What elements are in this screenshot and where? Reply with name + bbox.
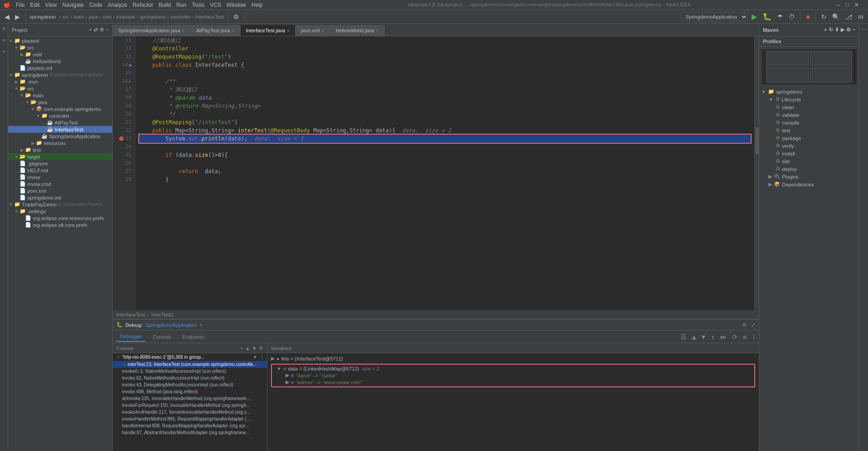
scrollbar-thumb[interactable] [755,127,759,155]
frames-toolbar-2[interactable]: ▲ [245,346,250,351]
add-icon[interactable]: + [89,27,91,33]
maven-dependencies[interactable]: ▶ 📦 Dependencies [759,180,859,188]
project-tool-icon[interactable]: P [0,25,8,33]
tab-close-alipaytest[interactable]: × [232,28,235,33]
menu-analyze[interactable]: Analyze [108,2,127,8]
maven-lifecycle[interactable]: ▼ ⚙ Lifecycle [759,95,859,103]
close-btn[interactable]: ✕ [854,2,859,8]
tree-file-pomxml[interactable]: ▶ 📄 pom.xml [8,187,112,194]
tree-folder-main[interactable]: ▼ 📂 main [8,92,112,99]
tab-debugger[interactable]: Debugger [116,332,146,342]
frame-1[interactable]: invoke0:-1, NativeMethodAccessorImpl (su… [113,368,267,375]
tab-endpoints[interactable]: Endpoints [179,332,208,341]
run-btn[interactable]: ▶ [750,11,759,22]
tree-module-playtest[interactable]: ▼ 📁 playtest [8,37,112,44]
tree-file-springdemo-app[interactable]: ▶ ☕ SpringdemoApplication [8,133,112,140]
maven-phase-compile[interactable]: ⚙ compile [759,119,859,126]
tree-module-tradepay[interactable]: ▼ 📁 TradePayDemo E:\ideaproject\TradeP..… [8,201,112,208]
tree-folder-test[interactable]: ▶ 📁 test [8,146,112,153]
maven-phase-deploy[interactable]: ⚙ deploy [759,165,859,173]
tree-folder-target[interactable]: ▼ 📂 target [8,153,112,160]
menu-view[interactable]: View [45,2,57,8]
sync-icon[interactable]: ⇄ [94,27,98,33]
bottom-toolbar-icon-3[interactable]: ▼ [702,333,705,341]
bottom-toolbar-icon-1[interactable]: ☰ [681,333,687,341]
structure-tool-icon[interactable]: ≡ [0,36,8,44]
bottom-toolbar-icon-2[interactable]: ▲ [692,333,696,341]
menu-code[interactable]: Code [89,2,102,8]
tree-package-comexample[interactable]: ▼ 📦 com.example.springdemo [8,105,112,112]
var-entry-name[interactable]: ▶ ≡ "name" -> "cpolar" [273,372,753,379]
tab-close-pomxml[interactable]: × [321,28,324,33]
right-vtab-1[interactable]: │ [861,27,867,31]
maven-gear-icon[interactable]: ⚙ [846,27,851,33]
tree-folder-src2[interactable]: ▼ 📂 src [8,85,112,92]
search-btn[interactable]: 🔍 [830,12,842,21]
frames-toolbar-1[interactable]: + [241,346,243,351]
frame-thread[interactable]: ✓ "http-nio-8080-exec-1"@5,305 in group.… [113,353,267,361]
tab-interfacetest[interactable]: InterfaceTest.java × [241,25,296,36]
frame-2[interactable]: invoke:62, NativeMethodAccessorImpl (sun… [113,375,267,381]
tree-file-springdemo-iml[interactable]: ▶ 📄 springdemo.iml [8,194,112,201]
tree-folder-java[interactable]: ▼ 📂 java [8,99,112,105]
menu-vcs[interactable]: VCS [210,2,221,8]
back-btn[interactable]: ◀ [3,12,11,21]
maven-phase-verify[interactable]: ⚙ verify [759,142,859,150]
menu-navigate[interactable]: Navigate [62,2,84,8]
tab-alipaytest[interactable]: AliPayTest.java × [191,25,240,36]
bottom-toolbar-icon-8[interactable]: ⫶ [752,333,755,341]
tree-file-interfacetest[interactable]: ▶ ☕ InterfaceTest [8,126,112,133]
menu-window[interactable]: Window [226,2,246,8]
frame-current[interactable]: → interTest:23, InterfaceTest (com.examp… [113,361,267,368]
tree-file-hellowworld1[interactable]: ▶ ☕ HellowWorld [8,58,112,65]
tree-file-playtest-iml[interactable]: ▶ 📄 playtest.iml [8,65,112,71]
tab-hellowworld[interactable]: HellowWorld.java × [330,25,385,36]
forward-btn[interactable]: ▶ [13,12,22,21]
maven-run-icon[interactable]: ▶ [841,27,844,33]
maven-download-icon[interactable]: ⬇ [835,27,839,33]
maven-phase-package[interactable]: ⚙ package [759,134,859,142]
tab-close-springdemo-app[interactable]: × [182,28,185,33]
debug-maximize-icon[interactable]: ⤢ [751,322,755,328]
coverage-btn[interactable]: ☂ [775,12,785,21]
frame-7[interactable]: invokeAndHandle:117, ServletInvocableHan… [113,409,267,416]
tree-folder-settings[interactable]: ▼ 📁 .settings [8,208,112,215]
tree-file-gitignore[interactable]: ▶ 📄 .gitignore [8,160,112,167]
debug-session-name[interactable]: SpringdemoApplication [146,322,197,328]
settings-btn[interactable]: ⚙ [231,12,241,21]
menu-edit[interactable]: Edit [30,2,40,8]
run-config-select[interactable]: SpringdemoApplication [681,12,748,21]
tab-springdemo-app[interactable]: SpringdemoApplication.java × [113,25,191,36]
stop-btn[interactable]: ■ [804,12,812,21]
favorites-tool-icon[interactable]: ★ [0,47,8,55]
menu-refactor[interactable]: Refactor [133,2,153,8]
maven-collapse-icon[interactable]: − [853,27,855,33]
maven-plugins[interactable]: ▶ 🔌 Plugins [759,173,859,180]
bottom-toolbar-icon-6[interactable]: ⟳ [732,333,738,341]
debug-settings-icon[interactable]: ⚙ [742,322,747,328]
var-data[interactable]: ▼ ≡ data = {LinkedHashMap@5712} size = 2 [273,366,753,372]
debug-btn[interactable]: 🐛 [761,11,773,22]
git-btn[interactable]: ⎇ [843,12,854,21]
tree-file-helpmd[interactable]: ▶ 📄 HELP.md [8,167,112,174]
tree-file-mvnw[interactable]: ▶ 📄 mvnw [8,174,112,180]
tree-folder-until[interactable]: ▶ 📁 until [8,51,112,58]
tree-folder-src1[interactable]: ▼ 📂 src [8,44,112,51]
tree-folder-controller[interactable]: ▼ 📁 controller [8,112,112,119]
frame-8[interactable]: invokeHandlerMethod:895, RequestMappingH… [113,416,267,422]
update-btn[interactable]: ↻ [819,12,828,21]
tree-file-mvnwcmd[interactable]: ▶ 📄 mvnw.cmd [8,180,112,187]
menu-help[interactable]: Help [251,2,263,8]
tree-file-idt-prefs[interactable]: ▶ 📄 org.eclipse.idt.core.prefs [8,221,112,228]
tab-close-hellowworld[interactable]: × [376,28,379,33]
maven-add-icon[interactable]: + [824,27,827,33]
bottom-toolbar-icon-5[interactable]: ⏭ [720,333,727,341]
maven-phase-test[interactable]: ⚙ test [759,126,859,134]
tab-close-interfacetest[interactable]: × [287,28,290,33]
menu-file[interactable]: File [16,2,25,8]
frame-6[interactable]: invokeForRequest:150, InvocableHandlerMe… [113,402,267,409]
maven-phase-install[interactable]: ⚙ install [759,150,859,157]
maven-root-springdemo[interactable]: ▼ 📁 springdemo [759,88,859,95]
frames-toolbar-3[interactable]: ▼ [252,346,257,351]
bottom-toolbar-icon-4[interactable]: ↕ [711,333,714,341]
